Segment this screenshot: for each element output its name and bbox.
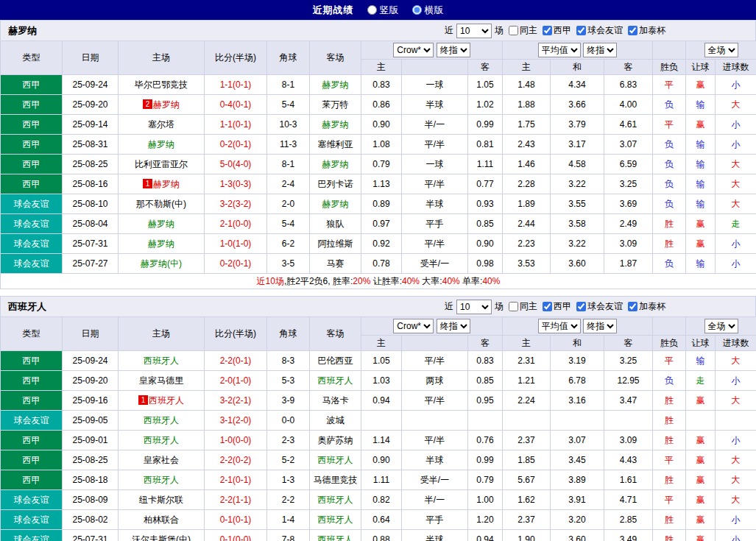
home-team-name[interactable]: 西班牙人 [144,475,179,485]
filter-checkbox[interactable]: 同主 [509,24,537,37]
scope-select[interactable]: 全场 [704,43,738,57]
away-team-name[interactable]: 西班牙人 [318,375,353,386]
away-team-name[interactable]: 马洛卡 [322,395,349,406]
match-count-select[interactable]: 10 [456,24,492,38]
result-cell: 负 [653,155,686,174]
stage-select[interactable]: 终指 [437,319,470,333]
away-team-name[interactable]: 巴伦西亚 [318,356,353,366]
home-team-name[interactable]: 赫罗纳 [148,139,174,149]
filter-checkbox-input[interactable] [576,26,586,35]
column-header: 类型 [1,317,63,351]
home-team-name[interactable]: 毕尔巴鄂竞技 [135,79,188,90]
date-cell: 25-08-09 [63,490,119,510]
away-team-name[interactable]: 塞维利亚 [318,139,353,149]
home-team-name[interactable]: 皇家马德里 [139,375,183,386]
odds-cell: 3.89 [551,470,604,490]
away-team-name[interactable]: 狼队 [327,219,345,229]
away-team-name[interactable]: 马德里竞技 [314,475,358,485]
near-label: 近 [445,24,453,37]
horizontal-radio-input[interactable] [412,5,422,15]
filter-checkbox[interactable]: 球会友谊 [576,300,623,313]
filter-checkbox-input[interactable] [509,26,518,35]
away-team-name[interactable]: 赫罗纳 [322,159,349,169]
away-team-name[interactable]: 赫罗纳 [322,79,349,90]
home-team-name[interactable]: 赫罗纳 [153,99,180,110]
away-team-name[interactable]: 西班牙人 [318,455,353,465]
stage-select-2[interactable]: 终指 [583,319,617,333]
away-team-name[interactable]: 阿拉维斯 [318,238,353,249]
home-team-name[interactable]: 西班牙人 [149,395,184,406]
home-team-name[interactable]: 赫罗纳 [153,179,180,189]
home-team-name[interactable]: 赫罗纳 [148,219,174,229]
odds-cell: 1.87 [604,254,653,274]
away-team-name[interactable]: 莱万特 [322,99,349,110]
home-team-name[interactable]: 柏林联合 [144,515,179,525]
home-team-name[interactable]: 西班牙人 [144,435,179,445]
layout-radio-horizontal[interactable]: 横版 [412,4,444,17]
filter-checkbox[interactable]: 球会友谊 [576,24,623,37]
home-team-name[interactable]: 西班牙人 [144,415,179,425]
away-team-name[interactable]: 巴列卡诺 [318,179,353,189]
away-team-name[interactable]: 波城 [327,415,345,425]
result-cell: 小 [716,371,756,391]
layout-radio-vertical[interactable]: 竖版 [367,4,399,17]
filter-checkbox-input[interactable] [509,302,518,311]
average-select[interactable]: 平均值 [538,43,581,57]
team-title: 西班牙人 [8,300,46,314]
away-team-cell: 塞维利亚 [310,135,361,155]
filter-checkbox-input[interactable] [543,302,552,311]
filter-checkbox[interactable]: 西甲 [543,300,571,313]
odds-cell: 1.88 [503,95,551,115]
filter-checkbox-input[interactable] [576,302,586,311]
odds-cell: 3.16 [551,391,604,411]
result-group-header: 全场 [686,317,756,336]
home-team-name[interactable]: 沃尔夫斯堡(中) [132,534,191,541]
home-team-name[interactable]: 比利亚雷亚尔 [135,159,188,169]
vertical-radio-input[interactable] [367,5,377,15]
filter-checkbox[interactable]: 西甲 [543,24,571,37]
date-cell: 25-08-16 [63,174,119,194]
home-team-name[interactable]: 西班牙人 [144,356,179,366]
corners-cell: 3-9 [267,391,310,411]
odds-cell: 3.25 [604,351,653,371]
match-count-select[interactable]: 10 [456,300,492,314]
stage-select-2[interactable]: 终指 [583,43,617,57]
away-team-name[interactable]: 西班牙人 [318,515,353,525]
filter-checkbox[interactable]: 加泰杯 [628,24,665,37]
result-cell: 赢 [686,510,716,530]
competition-cell: 西甲 [1,75,63,95]
odds-cell: 0.79 [468,470,503,490]
away-team-name[interactable]: 奥萨苏纳 [318,435,353,445]
filter-checkbox-input[interactable] [628,302,637,311]
bookmaker-select[interactable]: Crow* [393,319,434,333]
home-team-name[interactable]: 赫罗纳(中) [141,258,182,269]
home-team-name[interactable]: 皇家社会 [144,455,179,465]
away-team-name[interactable]: 赫罗纳 [322,199,349,209]
away-team-name[interactable]: 西班牙人 [318,495,353,505]
filter-checkbox-input[interactable] [628,26,637,35]
filter-checkbox-label: 同主 [520,300,537,313]
score-cell: 5-0(4-0) [205,155,267,174]
away-team-name[interactable]: 西班牙人 [318,534,353,541]
filter-checkbox[interactable]: 加泰杯 [628,300,665,313]
stage-select[interactable]: 终指 [437,43,470,57]
competition-cell: 西甲 [1,155,63,174]
result-cell: 平 [653,75,686,95]
away-team-name[interactable]: 赫罗纳 [322,119,349,130]
scope-select[interactable]: 全场 [704,319,738,333]
filter-checkbox[interactable]: 同主 [509,300,537,313]
corners-cell: 8-1 [267,155,310,174]
filter-checkbox-input[interactable] [543,26,552,35]
odds-cell: 1.03 [361,371,402,391]
home-team-name[interactable]: 塞尔塔 [148,119,174,130]
result-cell: 赢 [686,530,716,541]
date-cell: 25-07-27 [63,254,119,274]
away-team-cell: 西班牙人 [310,530,361,541]
home-team-name[interactable]: 纽卡斯尔联 [139,495,183,505]
bookmaker-select[interactable]: Crow* [393,43,434,57]
average-select[interactable]: 平均值 [538,319,581,333]
result-cell: 小 [716,115,756,135]
home-team-name[interactable]: 那不勒斯(中) [136,199,186,209]
away-team-name[interactable]: 马赛 [327,258,345,269]
home-team-name[interactable]: 赫罗纳 [148,238,174,249]
